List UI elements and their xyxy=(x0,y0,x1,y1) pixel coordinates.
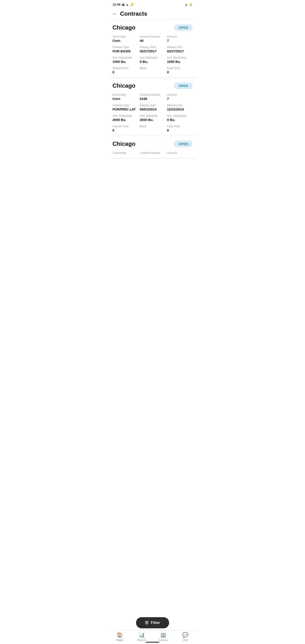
field-delivery-start-2: Delivery Start 09/01/2014 xyxy=(140,104,165,111)
card-header-2: Chicago OPEN xyxy=(112,82,192,89)
field-label-contract-number-3: Contract Number xyxy=(140,152,165,154)
field-value-amt-delivered-1: 0 Bu. xyxy=(140,60,165,64)
field-contract-type-1: Contract Type PUR BASIS xyxy=(112,46,138,53)
key-icon: 🔑 xyxy=(130,3,134,6)
field-futures-price-1: Futures Price 0 xyxy=(112,67,138,74)
field-value-futures-price-1: 0 xyxy=(112,70,138,74)
field-value-delivery-start-1: 02/27/2017 xyxy=(140,49,165,53)
field-label-contract-type-1: Contract Type xyxy=(112,46,138,49)
field-value-contract-number-1: 45 xyxy=(140,39,165,42)
field-amt-remaining-2: Amt. Remaining 0 Bu. xyxy=(167,114,192,122)
field-label-cash-price-1: Cash Price xyxy=(167,67,192,70)
status-badge-1: OPEN xyxy=(174,24,192,31)
field-account-1: Account 7 xyxy=(167,35,192,42)
card-header-3: Chicago OPEN xyxy=(112,140,192,147)
field-value-delivery-start-2: 09/01/2014 xyxy=(140,107,165,111)
field-label-delivery-end-1: Delivery End xyxy=(167,46,192,49)
field-label-delivery-start-2: Delivery Start xyxy=(140,104,165,107)
field-value-contract-number-2: 6166 xyxy=(140,97,165,100)
field-label-amt-remaining-1: Amt. Remaining xyxy=(167,56,192,59)
fields-grid-1: Commodity Corn Contract Number 45 Accoun… xyxy=(112,35,192,74)
contract-card-3: Chicago OPEN Commodity Contract Number A… xyxy=(109,136,196,159)
field-account-2: Account 7 xyxy=(167,93,192,100)
location-name-1: Chicago xyxy=(112,24,136,31)
status-bar: 12:46 ▤ ▲ 🔑 ▲ 🔋 xyxy=(109,0,196,8)
field-amt-remaining-1: Amt. Remaining 1000 Bu. xyxy=(167,56,192,64)
field-contract-number-2: Contract Number 6166 xyxy=(140,93,165,100)
field-contract-number-1: Contract Number 45 xyxy=(140,35,165,42)
field-label-account-2: Account xyxy=(167,93,192,96)
status-icons: ▲ 🔋 xyxy=(185,3,192,6)
field-value-amt-remaining-2: 0 Bu. xyxy=(167,118,192,122)
field-label-amt-delivered-2: Amt. Delivered xyxy=(140,114,165,118)
field-label-account-3: Account xyxy=(167,152,192,154)
back-button[interactable]: ← xyxy=(112,12,118,16)
location-name-2: Chicago xyxy=(112,82,136,89)
field-value-amt-delivered-2: 2000 Bu. xyxy=(140,118,165,122)
field-value-delivery-end-2: 12/31/2014 xyxy=(167,107,192,111)
field-delivery-end-2: Delivery End 12/31/2014 xyxy=(167,104,192,111)
field-value-amt-remaining-1: 1000 Bu. xyxy=(167,60,192,64)
field-value-account-2: 7 xyxy=(167,97,192,100)
field-commodity-1: Commodity Corn xyxy=(112,35,138,42)
field-amt-delivered-2: Amt. Delivered 2000 Bu. xyxy=(140,114,165,122)
field-label-contract-number-1: Contract Number xyxy=(140,35,165,38)
field-value-amt-contracted-2: 2000 Bu. xyxy=(112,118,138,122)
location-name-3: Chicago xyxy=(112,140,136,147)
field-label-futures-price-2: Futures Price xyxy=(112,125,138,128)
battery-icon: 🔋 xyxy=(189,3,192,6)
field-value-cash-price-1: 0 xyxy=(167,70,192,74)
field-amt-contracted-2: Amt. Contracted 2000 Bu. xyxy=(112,114,138,122)
field-label-amt-remaining-2: Amt. Remaining xyxy=(167,114,192,118)
wifi-icon: ▲ xyxy=(185,3,188,6)
field-label-cash-price-2: Cash Price xyxy=(167,125,192,128)
status-badge-3: OPEN xyxy=(174,141,192,147)
field-contract-type-2: Contract Type PUR/PRIC LAT xyxy=(112,104,138,111)
status-badge-2: OPEN xyxy=(174,82,192,89)
field-label-commodity-2: Commodity xyxy=(112,93,138,96)
field-amt-delivered-1: Amt. Delivered 0 Bu. xyxy=(140,56,165,64)
sim-icon: ▤ xyxy=(122,3,124,6)
field-label-contract-type-2: Contract Type xyxy=(112,104,138,107)
field-label-delivery-end-2: Delivery End xyxy=(167,104,192,107)
page-title: Contracts xyxy=(120,10,147,17)
field-basis-2: Basis xyxy=(140,125,165,132)
field-value-commodity-1: Corn xyxy=(112,39,138,42)
field-commodity-3: Commodity xyxy=(112,152,138,155)
time-display: 12:46 xyxy=(112,3,120,6)
card-header-1: Chicago OPEN xyxy=(112,24,192,31)
aviate-icon: ▲ xyxy=(126,3,129,6)
field-value-cash-price-2: 0 xyxy=(167,128,192,132)
field-delivery-end-1: Delivery End 02/27/2017 xyxy=(167,46,192,53)
field-account-3: Account xyxy=(167,152,192,155)
field-value-account-1: 7 xyxy=(167,39,192,42)
fields-grid-2: Commodity Corn Contract Number 6166 Acco… xyxy=(112,93,192,132)
field-value-futures-price-2: 0 xyxy=(112,128,138,132)
field-label-basis-2: Basis xyxy=(140,125,165,128)
field-amt-contracted-1: Amt. Contracted 1000 Bu. xyxy=(112,56,138,64)
field-value-commodity-2: Corn xyxy=(112,97,138,100)
field-value-delivery-end-1: 02/27/2017 xyxy=(167,49,192,53)
fields-grid-3: Commodity Contract Number Account xyxy=(112,152,192,155)
contract-card-1: Chicago OPEN Commodity Corn Contract Num… xyxy=(109,20,196,78)
status-time: 12:46 ▤ ▲ 🔑 xyxy=(112,3,134,6)
field-label-futures-price-1: Futures Price xyxy=(112,67,138,70)
field-label-amt-contracted-2: Amt. Contracted xyxy=(112,114,138,118)
contract-card-2: Chicago OPEN Commodity Corn Contract Num… xyxy=(109,78,196,136)
field-label-commodity-3: Commodity xyxy=(112,152,138,154)
field-cash-price-1: Cash Price 0 xyxy=(167,67,192,74)
field-value-contract-type-1: PUR BASIS xyxy=(112,49,138,53)
field-commodity-2: Commodity Corn xyxy=(112,93,138,100)
field-futures-price-2: Futures Price 0 xyxy=(112,125,138,132)
field-label-account-1: Account xyxy=(167,35,192,38)
field-label-contract-number-2: Contract Number xyxy=(140,93,165,96)
field-label-delivery-start-1: Delivery Start xyxy=(140,46,165,49)
header: ← Contracts xyxy=(109,8,196,20)
field-label-amt-delivered-1: Amt. Delivered xyxy=(140,56,165,59)
field-value-contract-type-2: PUR/PRIC LAT xyxy=(112,107,138,111)
content-area: Chicago OPEN Commodity Corn Contract Num… xyxy=(109,20,196,177)
field-label-basis-1: Basis xyxy=(140,67,165,70)
field-cash-price-2: Cash Price 0 xyxy=(167,125,192,132)
field-basis-1: Basis xyxy=(140,67,165,74)
field-contract-number-3: Contract Number xyxy=(140,152,165,155)
